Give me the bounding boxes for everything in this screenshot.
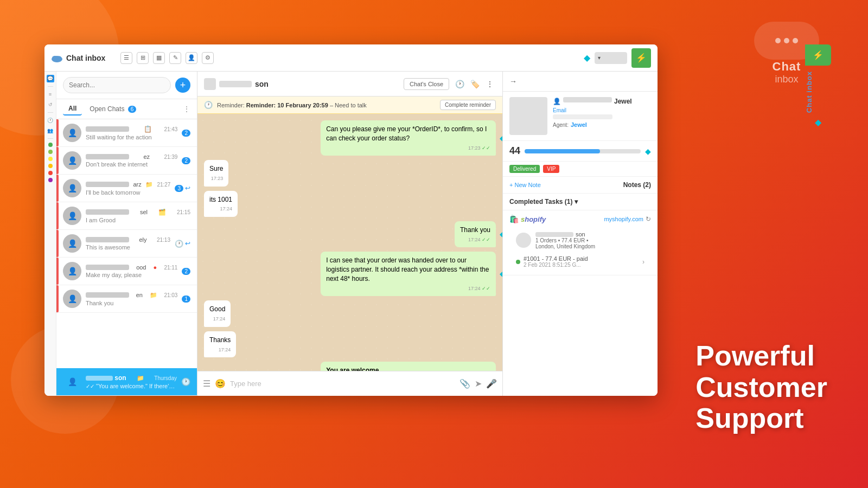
chat-info-3: arz 📁 21:27 I'll be back tomorrow: [86, 181, 170, 196]
chat-tab-options[interactable]: ⋮: [183, 105, 190, 113]
top-bar-right: ◆ ▾ ⚡: [584, 48, 651, 68]
name-suffix-2: ez: [143, 153, 150, 160]
order-item[interactable]: #1001 - 77.4 EUR - paid 2 Feb 2021 8:51:…: [509, 253, 651, 271]
edit-icon[interactable]: ✎: [169, 52, 181, 64]
message-5-diamond: ◆: [500, 269, 502, 279]
close-chat-button[interactable]: Chat's Close: [404, 78, 449, 90]
chat-preview-5: This is awesome: [86, 244, 170, 251]
stat-number: 44: [509, 145, 520, 157]
green-action-btn[interactable]: ⚡: [631, 48, 651, 68]
user-label: ▾: [598, 55, 601, 61]
emoji-input-icon[interactable]: 😊: [215, 378, 226, 389]
menu-input-icon[interactable]: ☰: [203, 378, 210, 389]
chat-type-icon: [204, 78, 216, 90]
chat-item-7[interactable]: 👤 en 📁 21:03 Thank you 1: [56, 285, 197, 313]
person-icon[interactable]: 👤: [186, 52, 197, 64]
chat-window-actions: 🕐 🏷️ ⋮: [454, 78, 496, 90]
avatar-4: 👤: [63, 207, 81, 225]
shopify-refresh-icon[interactable]: ↻: [646, 215, 651, 223]
chat-item-3[interactable]: 👤 arz 📁 21:27 I'll be back tomorrow 3 ↩: [56, 175, 197, 202]
sidebar-menu-icon[interactable]: ≡: [47, 91, 54, 98]
messages-area: Can you please give me your *OrderID*, t…: [197, 114, 502, 371]
open-chats-badge: 6: [128, 106, 137, 113]
contact-email-label: Email: [553, 107, 651, 113]
message-3: its 1001 17:24: [204, 191, 238, 217]
sidebar-chat-icon[interactable]: 💬: [47, 75, 54, 82]
chat-window-header: son Chat's Close 🕐 🏷️ ⋮: [197, 72, 502, 97]
avatar-7: 👤: [63, 290, 81, 308]
message-1-check: ✓✓: [482, 145, 490, 151]
tab-open-chats[interactable]: Open Chats 6: [84, 103, 142, 115]
chat-input-area: ☰ 😊 📎 ➤ 🎤: [197, 371, 502, 396]
mic-icon[interactable]: 🎤: [486, 378, 497, 389]
svg-point-2: [57, 56, 61, 60]
selected-chat-item[interactable]: 👤 son 📁 Thursday ✓✓ "You are welcome." I…: [56, 368, 197, 396]
message-4-diamond: ◆: [500, 230, 502, 239]
completed-tasks-title[interactable]: Completed Tasks (1) ▾: [509, 198, 651, 206]
avatar-2: 👤: [63, 151, 81, 170]
search-input[interactable]: [63, 77, 171, 93]
message-6-meta: 17:24: [209, 316, 225, 323]
powerful-line3: Support: [695, 403, 827, 434]
avatar-5: 👤: [63, 234, 81, 253]
contact-stats: 44 ◆: [503, 141, 658, 162]
settings-icon[interactable]: ⚙: [202, 52, 214, 64]
chat-time-1: 21:43: [164, 126, 177, 132]
chat-badge-2: 2: [182, 157, 190, 164]
order-arrow-icon[interactable]: ›: [642, 258, 644, 266]
sidebar-separator-1: [48, 86, 53, 87]
add-chat-button[interactable]: +: [175, 78, 190, 93]
inbox-icon[interactable]: ☰: [120, 52, 132, 64]
tag-vip: VIP: [543, 165, 559, 173]
sidebar-dot-red: [48, 171, 53, 175]
back-arrow-icon[interactable]: →: [509, 77, 517, 86]
avatar-3: 👤: [63, 179, 81, 197]
complete-reminder-button[interactable]: Complete reminder: [440, 100, 496, 110]
chat-item-5[interactable]: 👤 ely 21:13 This is awesome 🕐 ↩: [56, 230, 197, 258]
sidebar-people-icon[interactable]: 👥: [47, 127, 54, 134]
clock-action-icon[interactable]: 🕐: [454, 78, 465, 90]
chat-preview-3: I'll be back tomorrow: [86, 189, 170, 196]
user-menu[interactable]: ▾: [595, 52, 627, 64]
contact-name-blurred: [563, 97, 612, 102]
new-note-button[interactable]: + New Note: [509, 182, 541, 188]
chat-contact-name-suffix: son: [255, 80, 269, 88]
more-action-icon[interactable]: ⋮: [484, 78, 496, 90]
grid-icon[interactable]: ⊞: [137, 52, 149, 64]
chat-item-6[interactable]: 👤 ood ● 21:11 Make my day, please 2: [56, 258, 197, 285]
selected-name-blurred: [86, 376, 113, 381]
chat-info-7: en 📁 21:03 Thank you: [86, 292, 177, 306]
chat-name-blurred-3: [86, 182, 129, 187]
notes-title[interactable]: Notes (2): [623, 181, 651, 189]
selected-chat-time: Thursday: [154, 375, 177, 381]
chat-item-2[interactable]: 👤 ez 21:39 Don't break the internet 2: [56, 147, 197, 175]
message-input[interactable]: [230, 380, 455, 388]
chat-item-4[interactable]: 👤 sel 🗂️ 21:15 I am Grood: [56, 202, 197, 230]
message-4-meta: 17:24 ✓✓: [460, 236, 490, 243]
tab-all[interactable]: All: [63, 102, 82, 115]
name-suffix-3: arz: [133, 181, 141, 188]
chat-info-4: sel 🗂️ 21:15 I am Grood: [86, 209, 190, 223]
shopify-link-text[interactable]: myshopify.com: [604, 216, 643, 222]
app-logo: Chat inbox: [51, 54, 105, 62]
chat-preview-6: Make my day, please: [86, 272, 177, 278]
name-suffix-5: ely: [139, 236, 146, 243]
selected-avatar: 👤: [63, 373, 81, 391]
chat-preview-2: Don't break the internet: [86, 161, 177, 168]
order-id-text: #1001 - 77.4 EUR - paid: [524, 255, 588, 262]
message-7-text: Thanks: [209, 336, 231, 345]
sidebar-clock-icon[interactable]: 🕐: [47, 117, 54, 124]
shopify-logo-text: shopify: [521, 215, 546, 223]
attachment-icon[interactable]: 📎: [459, 378, 470, 389]
top-bar: Chat inbox ☰ ⊞ ▦ ✎ 👤 ⚙ ◆ ▾ ⚡: [44, 44, 658, 72]
message-2-text: Sure: [209, 164, 223, 174]
stat-bar: [525, 149, 641, 153]
sidebar-refresh-icon[interactable]: ↺: [47, 101, 54, 108]
message-2-meta: 17:23: [209, 175, 223, 182]
table-icon[interactable]: ▦: [153, 52, 165, 64]
send-icon[interactable]: ➤: [475, 378, 482, 389]
label-action-icon[interactable]: 🏷️: [469, 78, 481, 90]
left-bar-4: [56, 202, 59, 229]
chat-item-1[interactable]: 👤 📋 21:43 Still waiting for the action 2: [56, 119, 197, 147]
contact-name-row: 👤 Jewel: [553, 97, 651, 105]
